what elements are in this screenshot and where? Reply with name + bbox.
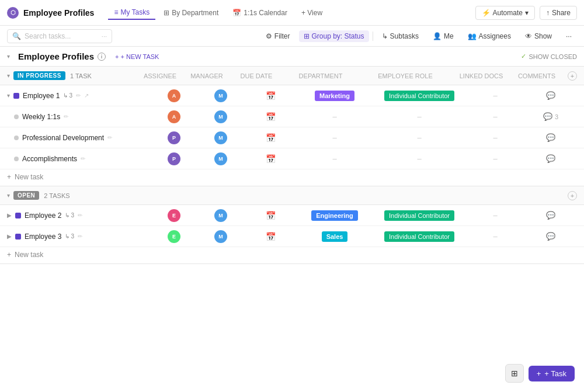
- plus-icon: +: [7, 173, 11, 181]
- linked-docs-cell: –: [466, 91, 524, 100]
- search-options-icon[interactable]: ···: [102, 33, 107, 40]
- table-row: Weekly 1:1s ✏ A M 📅 – – – 💬 3: [0, 106, 584, 127]
- subtasks-button[interactable]: ↳ Subtasks: [377, 30, 424, 43]
- add-task-open-row[interactable]: + New task: [0, 247, 584, 263]
- list-icon: ≡: [114, 8, 118, 16]
- edit-icon[interactable]: ✏: [107, 134, 112, 141]
- task-name[interactable]: Weekly 1:1s: [22, 113, 60, 121]
- comment-icon[interactable]: 💬: [546, 211, 555, 220]
- toolbar-right: ⚙ Filter ⊞ Group by: Status ↳ Subtasks 👤…: [260, 30, 577, 43]
- due-date-cell[interactable]: 📅: [244, 154, 297, 164]
- avatar[interactable]: M: [214, 209, 227, 222]
- comments-cell: 💬: [524, 232, 577, 241]
- comment-icon[interactable]: 💬: [546, 91, 555, 100]
- info-icon[interactable]: i: [98, 53, 106, 61]
- group-open: ▾ OPEN 2 TASKS + ▶ Employee 2 ↳ 3 ✏ E M …: [0, 186, 584, 264]
- avatar[interactable]: M: [214, 131, 227, 144]
- tab-calendar[interactable]: 📅 1:1s Calendar: [227, 6, 293, 19]
- task-name[interactable]: Accomplishments: [22, 155, 77, 163]
- department-badge[interactable]: Engineering: [311, 210, 358, 221]
- subtask-dot: [14, 157, 19, 161]
- avatar[interactable]: A: [168, 89, 180, 102]
- comment-icon[interactable]: 💬: [543, 112, 552, 121]
- role-badge[interactable]: Individual Contributor: [384, 91, 454, 101]
- due-date-cell[interactable]: 📅: [244, 232, 297, 241]
- edit-icon[interactable]: ✏: [78, 212, 82, 218]
- group-header-open: ▾ OPEN 2 TASKS +: [0, 186, 584, 205]
- due-date-cell[interactable]: 📅: [244, 133, 297, 143]
- comment-icon[interactable]: 💬: [546, 232, 555, 241]
- task-name-cell: Weekly 1:1s ✏: [14, 113, 151, 121]
- avatar[interactable]: M: [214, 89, 227, 102]
- due-date-cell[interactable]: 📅: [244, 211, 297, 220]
- tab-add-view[interactable]: + View: [296, 6, 328, 19]
- task-name[interactable]: Employee 2: [25, 211, 61, 220]
- avatar[interactable]: E: [168, 209, 180, 222]
- edit-icon[interactable]: ✏: [78, 233, 82, 240]
- role-cell: –: [373, 112, 466, 121]
- linked-docs-cell: –: [466, 232, 524, 241]
- collapse-in-progress-button[interactable]: ▾: [7, 72, 10, 79]
- filter-button[interactable]: ⚙ Filter: [260, 30, 296, 43]
- due-date-cell[interactable]: 📅: [244, 91, 297, 100]
- expand-arrow[interactable]: ▾: [7, 92, 10, 99]
- share-task-icon[interactable]: ↗: [84, 92, 89, 99]
- automate-chevron-icon: ▾: [525, 9, 529, 17]
- role-badge[interactable]: Individual Contributor: [384, 231, 454, 242]
- collapse-all-button[interactable]: ▾: [7, 53, 10, 60]
- tab-my-tasks[interactable]: ≡ My Tasks: [108, 6, 155, 20]
- avatar[interactable]: A: [168, 110, 180, 123]
- expand-arrow[interactable]: ▶: [7, 233, 12, 240]
- add-task-in-progress-button[interactable]: +: [568, 71, 577, 81]
- comment-icon[interactable]: 💬: [546, 154, 555, 163]
- comments-cell: 💬: [524, 211, 577, 220]
- task-name[interactable]: Employee 3: [25, 233, 61, 241]
- show-button[interactable]: 👁 Show: [520, 30, 557, 43]
- more-options-button[interactable]: ···: [561, 30, 577, 43]
- edit-icon[interactable]: ✏: [81, 155, 85, 162]
- assignee-cell: E: [151, 209, 197, 222]
- task-name[interactable]: Professional Development: [22, 134, 104, 142]
- linked-docs-cell: –: [466, 154, 524, 163]
- calendar-icon: 📅: [266, 91, 276, 100]
- department-cell: –: [297, 154, 373, 163]
- avatar[interactable]: M: [214, 110, 227, 123]
- department-badge[interactable]: Sales: [322, 231, 348, 242]
- avatar[interactable]: P: [168, 152, 180, 165]
- table-row: Accomplishments ✏ P M 📅 – – – 💬: [0, 148, 584, 169]
- avatar[interactable]: M: [214, 152, 227, 165]
- department-cell: –: [297, 133, 373, 142]
- share-button[interactable]: ↑ Share: [540, 6, 577, 20]
- me-button[interactable]: 👤 Me: [427, 30, 459, 43]
- show-closed-button[interactable]: ✓ SHOW CLOSED: [521, 53, 577, 60]
- manager-cell: M: [197, 152, 244, 165]
- page-header: ▾ Employee Profiles i + + NEW TASK ✓ SHO…: [0, 47, 584, 67]
- collapse-open-button[interactable]: ▾: [7, 192, 10, 199]
- new-task-button[interactable]: + + NEW TASK: [110, 52, 164, 61]
- automate-button[interactable]: ⚡ Automate ▾: [475, 6, 535, 20]
- comment-icon[interactable]: 💬: [546, 133, 555, 142]
- tab-by-department[interactable]: ⊞ By Department: [158, 6, 224, 19]
- app-icon: ⬡: [7, 7, 19, 19]
- role-badge[interactable]: Individual Contributor: [384, 210, 454, 221]
- manager-cell: M: [197, 89, 244, 102]
- avatar[interactable]: E: [168, 230, 180, 243]
- edit-icon[interactable]: ✏: [76, 92, 81, 99]
- department-badge[interactable]: Marketing: [315, 91, 354, 101]
- avatar[interactable]: P: [168, 131, 180, 144]
- add-task-in-progress-row[interactable]: + New task: [0, 169, 584, 186]
- check-icon: ✓: [521, 53, 526, 60]
- group-by-button[interactable]: ⊞ Group by: Status: [299, 30, 369, 42]
- add-task-open-button[interactable]: +: [568, 191, 577, 200]
- assignees-button[interactable]: 👥 Assignees: [463, 30, 516, 43]
- avatar[interactable]: M: [214, 230, 227, 243]
- task-name-cell: ▶ Employee 2 ↳ 3 ✏: [7, 211, 151, 220]
- task-name[interactable]: Employee 1: [23, 92, 60, 100]
- expand-arrow[interactable]: ▶: [7, 212, 12, 218]
- status-in-progress-badge: IN PROGRESS: [13, 71, 65, 80]
- subtask-dot: [14, 136, 19, 140]
- edit-icon[interactable]: ✏: [64, 113, 68, 120]
- page-header-title: Employee Profiles i: [18, 51, 106, 61]
- search-box[interactable]: 🔍 Search tasks... ···: [7, 29, 112, 43]
- due-date-cell[interactable]: 📅: [244, 112, 297, 122]
